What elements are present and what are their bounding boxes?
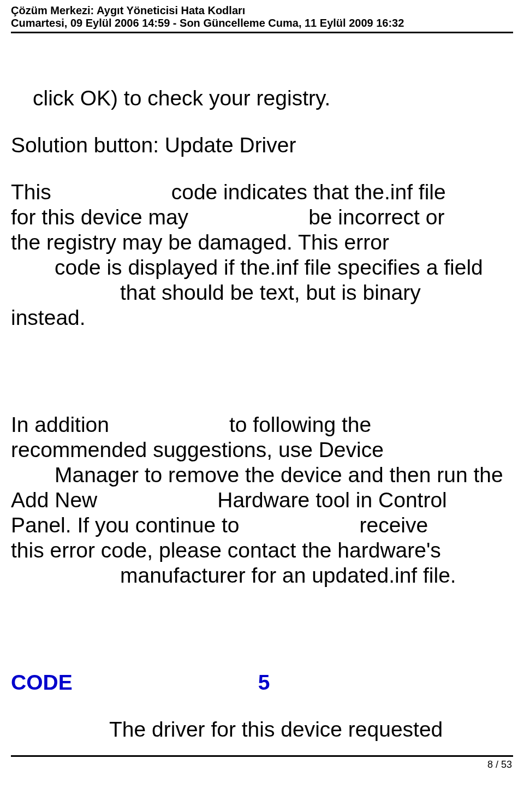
body-line-4b: be incorrect or	[308, 205, 444, 229]
body-line-13: Panel. If you continue toreceive	[11, 513, 513, 538]
page-number: 8 / 53	[11, 757, 513, 770]
body-line-5: the registry may be damaged. This error	[11, 230, 513, 255]
code-description: The driver for this device requested	[11, 717, 513, 742]
header-dates: Cumartesi, 09 Eylül 2006 14:59 - Son Gün…	[11, 17, 513, 29]
body-line-3: Thiscode indicates that the.inf file	[11, 180, 513, 205]
body-line-13b: receive	[359, 513, 428, 537]
page-header: Çözüm Merkezi: Aygıt Yöneticisi Hata Kod…	[11, 0, 513, 29]
body-line-9: In additionto following the	[11, 412, 513, 437]
body-line-4a: for this device may	[11, 205, 188, 229]
body-line-8: instead.	[11, 305, 513, 330]
code-label: CODE	[11, 671, 73, 694]
body-line-11: Manager to remove the device and then ru…	[11, 463, 513, 488]
body-line-2: Solution button: Update Driver	[11, 133, 513, 158]
header-rule	[11, 32, 513, 33]
body-line-12: Add NewHardware tool in Control	[11, 488, 513, 513]
body-line-6: code is displayed if the.inf file specif…	[11, 255, 513, 280]
body-line-9b: to following the	[229, 413, 371, 436]
body-line-1: click OK) to check your registry.	[11, 86, 513, 111]
body-line-10: recommended suggestions, use Device	[11, 437, 513, 463]
body-line-13a: Panel. If you continue to	[11, 513, 239, 537]
body-line-15: manufacturer for an updated.inf file.	[11, 563, 513, 588]
body-line-12b: Hardware tool in Control	[217, 488, 447, 512]
body-line-14: this error code, please contact the hard…	[11, 538, 513, 563]
body-line-3b: code indicates that the.inf file	[171, 180, 446, 204]
code-number: 5	[258, 671, 270, 694]
body-line-12a: Add New	[11, 488, 97, 512]
header-title: Çözüm Merkezi: Aygıt Yöneticisi Hata Kod…	[11, 4, 513, 17]
body-line-9a: In addition	[11, 413, 109, 436]
code-description-text: The driver for this device requested	[109, 718, 443, 741]
body-line-7: that should be text, but is binary	[11, 280, 513, 305]
body-line-4: for this device maybe incorrect or	[11, 205, 513, 230]
code-heading: CODE5	[11, 670, 513, 695]
body-line-3a: This	[11, 180, 51, 204]
